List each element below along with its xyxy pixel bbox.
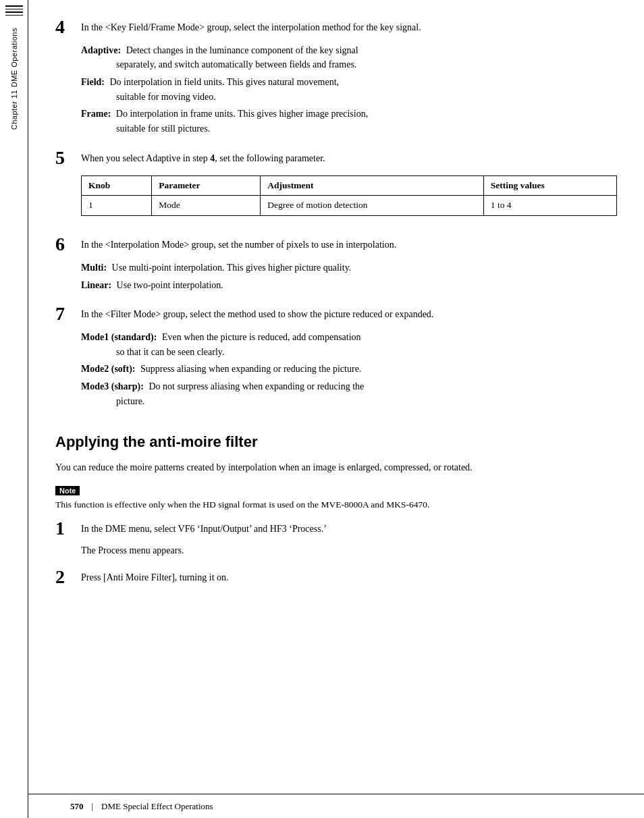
main-content: 4 In the <Key Field/Frame Mode> group, s… xyxy=(28,0,644,818)
def-mode3-cont: picture. xyxy=(116,394,617,409)
def-frame-term: Frame: xyxy=(81,109,111,119)
section-step-1-number: 1 xyxy=(55,519,70,538)
cell-setting: 1 to 4 xyxy=(483,196,616,216)
def-mode2: Mode2 (soft): Suppress aliasing when exp… xyxy=(81,362,617,377)
page-container: Chapter 11 DME Operations 4 In the <Key … xyxy=(0,0,644,818)
section-step-2-text: Press [Anti Moire Filter], turning it on… xyxy=(81,570,617,585)
table-header: Knob Parameter Adjustment Setting values xyxy=(82,175,617,196)
sidebar-line-3 xyxy=(5,11,23,13)
table-header-row: Knob Parameter Adjustment Setting values xyxy=(82,175,617,196)
section-step-2-number: 2 xyxy=(55,568,70,587)
sidebar-decoration xyxy=(5,5,23,16)
chapter-label: Chapter 11 DME Operations xyxy=(10,28,18,130)
def-mode1: Mode1 (standard): Even when the picture … xyxy=(81,330,617,359)
step-5-content: When you select Adaptive in step 4, set … xyxy=(81,151,617,226)
sidebar-line-1 xyxy=(5,5,23,7)
def-multi: Multi: Use multi-point interpolation. Th… xyxy=(81,261,617,275)
step-6-content: In the <Interpolation Mode> group, set t… xyxy=(81,238,617,295)
def-frame-desc: Do interpolation in frame units. This gi… xyxy=(116,109,368,119)
def-mode1-desc: Even when the picture is reduced, add co… xyxy=(162,332,361,342)
def-mode3-term: Mode3 (sharp): xyxy=(81,381,144,391)
section-step-1-content: In the DME menu, select VF6 ‘Input/Outpu… xyxy=(81,522,617,557)
params-table: Knob Parameter Adjustment Setting values… xyxy=(81,175,617,217)
step-5: 5 When you select Adaptive in step 4, se… xyxy=(55,151,617,226)
def-mode1-term: Mode1 (standard): xyxy=(81,332,157,342)
def-field-term: Field: xyxy=(81,77,105,87)
section-step-1-text: In the DME menu, select VF6 ‘Input/Outpu… xyxy=(81,522,617,537)
bottom-bar: 570 | DME Special Effect Operations xyxy=(28,794,644,818)
col-parameter: Parameter xyxy=(152,175,261,196)
section-heading: Applying the anti-moire filter xyxy=(55,433,617,451)
step-7-defs: Mode1 (standard): Even when the picture … xyxy=(81,330,617,408)
section-intro: You can reduce the moire patterns create… xyxy=(55,460,617,475)
def-mode3: Mode3 (sharp): Do not surpress aliasing … xyxy=(81,379,617,408)
sidebar-line-4 xyxy=(5,15,23,16)
def-field-desc: Do interpolation in field units. This gi… xyxy=(110,77,340,87)
def-mode3-desc: Do not surpress aliasing when expanding … xyxy=(149,381,364,391)
step-7: 7 In the <Filter Mode> group, select the… xyxy=(55,307,617,411)
cell-parameter: Mode xyxy=(152,196,261,216)
def-mode2-term: Mode2 (soft): xyxy=(81,364,135,374)
sidebar: Chapter 11 DME Operations xyxy=(0,0,28,818)
def-field: Field: Do interpolation in field units. … xyxy=(81,75,617,104)
def-frame: Frame: Do interpolation in frame units. … xyxy=(81,107,617,136)
def-adaptive-term: Adaptive: xyxy=(81,45,121,55)
note-text: This function is effective only when the… xyxy=(55,498,617,512)
def-multi-desc: Use multi-point interpolation. This give… xyxy=(112,263,352,273)
col-knob: Knob xyxy=(82,175,152,196)
def-multi-term: Multi: xyxy=(81,263,107,273)
note-box: Note This function is effective only whe… xyxy=(55,485,617,512)
table-row: 1 Mode Degree of motion detection 1 to 4 xyxy=(82,196,617,216)
table-body: 1 Mode Degree of motion detection 1 to 4 xyxy=(82,196,617,216)
page-number: 570 xyxy=(57,801,84,812)
note-label: Note xyxy=(55,486,80,495)
def-mode2-desc: Suppress aliasing when expanding or redu… xyxy=(140,364,361,374)
step-6-intro: In the <Interpolation Mode> group, set t… xyxy=(81,238,617,252)
col-setting: Setting values xyxy=(483,175,616,196)
def-field-cont: suitable for moving video. xyxy=(116,90,617,105)
col-adjustment: Adjustment xyxy=(261,175,483,196)
step-7-content: In the <Filter Mode> group, select the m… xyxy=(81,307,617,411)
step-4-number: 4 xyxy=(55,18,70,36)
step-6: 6 In the <Interpolation Mode> group, set… xyxy=(55,238,617,295)
section-step-2: 2 Press [Anti Moire Filter], turning it … xyxy=(55,570,617,587)
section-step-1-after: The Process menu appears. xyxy=(81,543,617,558)
cell-adjustment: Degree of motion detection xyxy=(261,196,483,216)
step-4-content: In the <Key Field/Frame Mode> group, sel… xyxy=(81,20,617,139)
step-4-intro: In the <Key Field/Frame Mode> group, sel… xyxy=(81,20,617,35)
step-7-number: 7 xyxy=(55,304,70,323)
def-linear-desc: Use two-point interpolation. xyxy=(117,280,223,290)
def-mode1-cont: so that it can be seen clearly. xyxy=(116,345,617,360)
footer-text: | xyxy=(92,801,94,812)
sidebar-line-2 xyxy=(5,9,23,10)
def-adaptive-cont: separately, and switch automatically bet… xyxy=(116,57,617,72)
cell-knob: 1 xyxy=(82,196,152,216)
step-6-number: 6 xyxy=(55,235,70,254)
def-adaptive: Adaptive: Detect changes in the luminanc… xyxy=(81,43,617,72)
step-4: 4 In the <Key Field/Frame Mode> group, s… xyxy=(55,20,617,139)
step-7-intro: In the <Filter Mode> group, select the m… xyxy=(81,307,617,322)
step-4-defs: Adaptive: Detect changes in the luminanc… xyxy=(81,43,617,136)
section-step-2-content: Press [Anti Moire Filter], turning it on… xyxy=(81,570,617,585)
section-step-1: 1 In the DME menu, select VF6 ‘Input/Out… xyxy=(55,522,617,557)
def-linear-term: Linear: xyxy=(81,280,111,290)
step-5-intro: When you select Adaptive in step 4, set … xyxy=(81,151,617,166)
def-adaptive-desc: Detect changes in the luminance componen… xyxy=(126,45,358,55)
step-6-defs: Multi: Use multi-point interpolation. Th… xyxy=(81,261,617,292)
def-linear: Linear: Use two-point interpolation. xyxy=(81,278,617,293)
footer-description: DME Special Effect Operations xyxy=(101,801,213,812)
def-frame-cont: suitable for still pictures. xyxy=(116,121,617,136)
step-5-number: 5 xyxy=(55,148,70,167)
